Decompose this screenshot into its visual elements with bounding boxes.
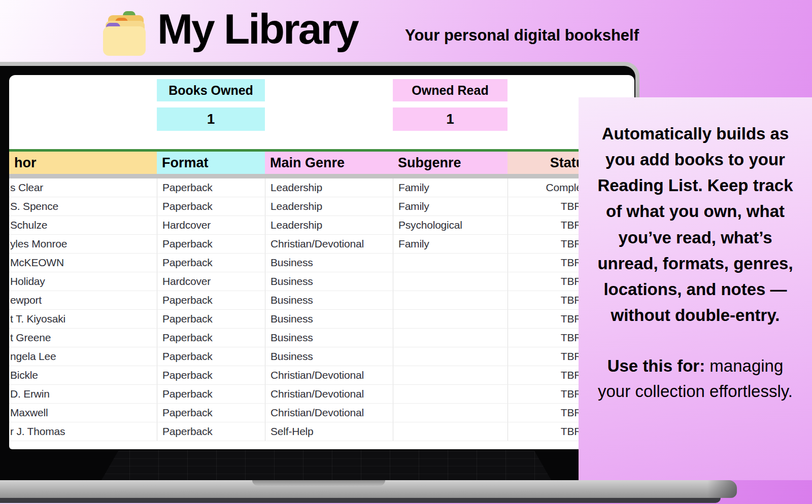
header-separator-strip [9,174,634,178]
table-row: S. SpencePaperbackLeadershipFamilyTBR [9,197,634,216]
table-cell[interactable]: S. Spence [9,197,157,215]
table-row: D. ErwinPaperbackChristian/DevotionalTBR [9,385,634,404]
table-cell[interactable]: Maxwell [9,404,157,422]
table-cell[interactable] [393,310,507,328]
table-cell[interactable]: D. Erwin [9,385,157,403]
stat-owned-read-label: Owned Read [393,79,507,101]
stat-books-owned-label: Books Owned [157,79,265,101]
table-cell[interactable]: Paperback [157,329,265,347]
table-cell[interactable]: ewport [9,291,157,309]
stat-books-owned-value[interactable]: 1 [157,107,265,131]
table-cell[interactable]: Leadership [265,216,393,234]
table-cell[interactable]: t T. Kiyosaki [9,310,157,328]
table-row: MaxwellPaperbackChristian/DevotionalTBR [9,404,634,422]
library-table-body: s ClearPaperbackLeadershipFamilyComplete… [9,178,634,441]
table-cell[interactable]: Hardcover [157,216,265,234]
description-panel: Automatically builds as you add books to… [579,97,812,480]
table-row: yles MonroePaperbackChristian/Devotional… [9,235,634,254]
page-subtitle: Your personal digital bookshelf [405,26,639,45]
table-cell[interactable]: Paperback [157,197,265,215]
table-cell[interactable]: Business [265,291,393,309]
laptop-screen: Books Owned 1 Owned Read 1 horFormatMain… [9,75,634,449]
table-cell[interactable]: Leadership [265,178,393,197]
table-row: t GreenePaperbackBusinessTBR [9,329,634,347]
laptop-base-right-cap [707,480,737,498]
table-cell[interactable]: Paperback [157,310,265,328]
library-table-header: horFormatMain GenreSubgenreStatus [9,152,634,174]
laptop-lid-groove [252,480,385,486]
table-cell[interactable]: Paperback [157,422,265,441]
table-cell[interactable] [393,329,507,347]
table-row: t T. KiyosakiPaperbackBusinessTBR [9,310,634,329]
table-cell[interactable]: s Clear [9,178,157,197]
panel-cta-text: Use this for: managing your collection e… [592,353,799,404]
table-cell[interactable]: Christian/Devotional [265,404,393,422]
table-cell[interactable] [393,272,507,291]
stat-owned-read-value[interactable]: 1 [393,107,507,131]
icon-card-front [103,26,146,56]
column-header[interactable]: Subgenre [393,152,507,174]
table-cell[interactable]: Family [393,197,507,215]
table-row: HolidayHardcoverBusinessTBR [9,272,634,291]
table-cell[interactable]: t Greene [9,329,157,347]
table-row: s ClearPaperbackLeadershipFamilyComplete… [9,178,634,197]
table-cell[interactable]: Self-Help [265,422,393,441]
table-cell[interactable]: Schulze [9,216,157,234]
table-cell[interactable]: Christian/Devotional [265,366,393,384]
page: My Library Your personal digital bookshe… [0,0,812,504]
column-header[interactable]: Format [157,152,265,174]
table-cell[interactable]: Family [393,235,507,253]
column-header[interactable]: hor [9,152,157,174]
table-cell[interactable] [393,422,507,441]
table-row: SchulzeHardcoverLeadershipPsychologicalT… [9,216,634,235]
laptop-bezel: Books Owned 1 Owned Read 1 horFormatMain… [0,66,635,480]
laptop-base-shadow-strip [0,498,721,503]
table-cell[interactable] [393,347,507,366]
table-cell[interactable]: Paperback [157,385,265,403]
description-panel-content: Automatically builds as you add books to… [579,97,812,404]
table-cell[interactable]: Paperback [157,291,265,309]
table-cell[interactable]: Leadership [265,197,393,215]
table-cell[interactable]: Christian/Devotional [265,385,393,403]
table-cell[interactable]: McKEOWN [9,254,157,272]
table-row: ewportPaperbackBusinessTBR [9,291,634,310]
table-cell[interactable]: Business [265,272,393,291]
panel-body-text: Automatically builds as you add books to… [592,121,799,328]
table-cell[interactable] [393,366,507,384]
table-cell[interactable]: Paperback [157,347,265,366]
card-index-dividers-icon [96,5,152,58]
panel-cta-bold: Use this for: [607,356,705,375]
table-cell[interactable]: Business [265,310,393,328]
table-cell[interactable]: Paperback [157,254,265,272]
table-cell[interactable] [393,291,507,309]
table-cell[interactable]: Paperback [157,178,265,197]
table-row: ngela LeePaperbackBusinessTBR [9,347,634,366]
column-header[interactable]: Main Genre [265,152,393,174]
table-cell[interactable]: Business [265,329,393,347]
table-row: McKEOWNPaperbackBusinessTBR [9,254,634,272]
table-cell[interactable] [393,254,507,272]
table-cell[interactable]: Paperback [157,366,265,384]
table-cell[interactable]: Family [393,178,507,197]
page-title: My Library [157,1,358,57]
table-cell[interactable]: Bickle [9,366,157,384]
keyboard [100,450,552,482]
laptop-mockup: Books Owned 1 Owned Read 1 horFormatMain… [0,62,639,480]
table-cell[interactable]: Paperback [157,235,265,253]
table-cell[interactable]: Business [265,254,393,272]
table-row: r J. ThomasPaperbackSelf-HelpTBR [9,422,634,441]
table-cell[interactable]: Psychological [393,216,507,234]
table-cell[interactable]: Paperback [157,404,265,422]
table-cell[interactable]: ngela Lee [9,347,157,366]
table-row: BicklePaperbackChristian/DevotionalTBR [9,366,634,385]
table-cell[interactable] [393,385,507,403]
table-cell[interactable]: r J. Thomas [9,422,157,441]
table-cell[interactable]: yles Monroe [9,235,157,253]
table-cell[interactable]: Christian/Devotional [265,235,393,253]
table-cell[interactable]: Holiday [9,272,157,291]
table-cell[interactable]: Hardcover [157,272,265,291]
table-cell[interactable] [393,404,507,422]
table-cell[interactable]: Business [265,347,393,366]
